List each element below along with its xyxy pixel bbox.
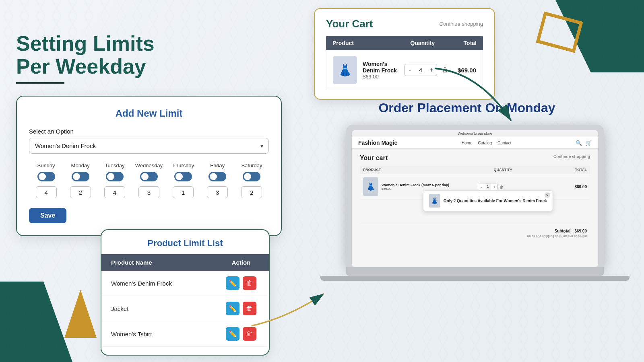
select-label: Select an Option (29, 128, 269, 135)
screen-cart-area: Your cart Continue shopping PRODUCT QUAN… (352, 149, 598, 243)
screen-content: Welcome to our store Fashion Magic Home … (352, 130, 598, 267)
search-icon[interactable]: 🔍 (576, 140, 582, 146)
day-saturday: Saturday (235, 162, 269, 198)
quantity-limit-tooltip: 👗 Only 2 Quantities Available For Women'… (423, 190, 553, 211)
list-item: Jacket ✏️ 🗑 (101, 296, 269, 321)
tooltip-text: Only 2 Quantities Available For Women's … (444, 199, 547, 203)
qty-decrease-button[interactable]: - (405, 64, 415, 76)
screen-qty-increase[interactable]: + (491, 183, 497, 190)
toggle-thursday[interactable] (174, 172, 192, 181)
taxes-note: Taxes and shipping calculated at checkou… (360, 234, 590, 238)
screen-quantity-control: - 1 + 🗑 (458, 183, 522, 190)
select-wrapper: Women's Denim Frock Jacket Women's Tshir… (29, 138, 269, 154)
edit-button-1[interactable]: ✏️ (226, 276, 239, 290)
store-nav-icons: 🔍 🛒 (576, 140, 592, 146)
screen-col-product: PRODUCT (363, 168, 475, 172)
day-label-wednesday: Wednesday (132, 162, 166, 169)
toggle-sunday[interactable] (37, 172, 55, 181)
subtotal-label: Subtotal (554, 229, 570, 233)
screen-product-image: 👗 (363, 177, 378, 196)
store-brand: Fashion Magic (358, 140, 397, 146)
left-section: Setting Limits Per Weekday Add New Limit… (16, 32, 282, 236)
screen-col-total: TOTAL (531, 168, 587, 172)
days-grid: Sunday Monday Tuesday Wednesday Thursday (29, 162, 269, 198)
deco-gold-bottom-left (64, 290, 97, 338)
day-label-sunday: Sunday (29, 162, 63, 169)
cart-col-quantity: Quanitity (405, 40, 441, 46)
nav-contact[interactable]: Contact (497, 141, 511, 145)
screen-item-info: Women's Denim Frock (max: 5 per day) $69… (382, 183, 458, 191)
day-sunday: Sunday (29, 162, 63, 198)
product-price: $69.00 (363, 74, 404, 80)
toggle-friday[interactable] (208, 172, 226, 181)
col-header-action: Action (223, 259, 259, 266)
col-header-name: Product Name (111, 259, 223, 266)
screen-item-total: $69.00 (523, 185, 587, 189)
screen-trash-icon[interactable]: 🗑 (500, 185, 504, 189)
toggle-saturday[interactable] (243, 172, 260, 181)
toggle-tuesday[interactable] (106, 172, 124, 181)
screen-table-header: PRODUCT QUANTITY TOTAL (360, 166, 590, 174)
toggle-wednesday[interactable] (140, 172, 158, 181)
laptop-outer: Welcome to our store Fashion Magic Home … (346, 125, 604, 267)
right-section: Your Cart Continue shopping Product Quan… (314, 8, 620, 100)
cart-icon[interactable]: 🛒 (585, 140, 592, 146)
subtotal-area: Subtotal $69.00 Taxes and shipping calcu… (360, 224, 590, 238)
toggle-monday[interactable] (72, 172, 89, 181)
screen-qty-box: - 1 + (478, 183, 498, 190)
day-label-tuesday: Tuesday (97, 162, 132, 169)
input-wednesday[interactable] (138, 186, 159, 198)
limit-list-title: Product Limit List (101, 230, 269, 254)
add-limit-title: Add New Limit (29, 108, 269, 119)
limit-list-header: Product Name Action (101, 254, 269, 271)
day-monday: Monday (63, 162, 97, 198)
product-name: Women's Denim Frock (363, 61, 404, 74)
laptop-wrapper: Welcome to our store Fashion Magic Home … (346, 125, 604, 281)
cart-col-total: Total (441, 40, 477, 46)
laptop-screen: Welcome to our store Fashion Magic Home … (352, 130, 598, 267)
save-button[interactable]: Save (29, 208, 66, 223)
nav-catalog[interactable]: Catalog (478, 141, 491, 145)
input-monday[interactable] (70, 186, 91, 198)
laptop-base (346, 267, 604, 276)
product-name-2: Jacket (111, 305, 223, 312)
store-nav: Fashion Magic Home Catalog Contact 🔍 🛒 (352, 137, 598, 149)
screen-continue-shopping[interactable]: Continue shopping (553, 154, 590, 162)
laptop-foot (320, 276, 630, 281)
screen-item-name: Women's Denim Frock (max: 5 per day) (382, 183, 458, 187)
nav-home[interactable]: Home (462, 141, 473, 145)
limit-list-card: Product Limit List Product Name Action W… (101, 229, 270, 356)
input-friday[interactable] (207, 186, 228, 198)
continue-shopping-link[interactable]: Continue shopping (440, 21, 483, 27)
input-saturday[interactable] (241, 186, 262, 198)
product-image: 👗 (333, 56, 357, 84)
tooltip-product-image: 👗 (429, 194, 440, 208)
day-label-monday: Monday (63, 162, 97, 169)
input-thursday[interactable] (173, 186, 194, 198)
cart-header: Your Cart Continue shopping (326, 18, 483, 30)
store-top-bar: Welcome to our store (352, 130, 598, 137)
day-friday: Friday (200, 162, 235, 198)
tooltip-close-icon[interactable]: × (545, 192, 550, 198)
qty-value: 4 (415, 67, 426, 73)
day-label-saturday: Saturday (235, 162, 269, 169)
screen-qty-decrease[interactable]: - (478, 183, 485, 190)
subtotal-value: $69.00 (574, 229, 587, 233)
cart-title: Your Cart (326, 18, 373, 30)
add-limit-card: Add New Limit Select an Option Women's D… (16, 96, 282, 236)
screen-subtotal: Subtotal $69.00 (360, 224, 590, 234)
screen-qty-value: 1 (485, 185, 491, 189)
day-thursday: Thursday (166, 162, 200, 198)
screen-item-row: 👗 Women's Denim Frock (max: 5 per day) $… (360, 174, 590, 200)
edit-button-2[interactable]: ✏️ (226, 302, 239, 315)
day-wednesday: Wednesday (132, 162, 166, 198)
input-sunday[interactable] (36, 186, 57, 198)
product-info: Women's Denim Frock $69.00 (363, 61, 404, 80)
arrow-cart-to-laptop (431, 64, 519, 129)
day-label-friday: Friday (200, 162, 235, 169)
arrow-list-to-laptop (248, 286, 328, 334)
product-name-1: Women's Denim Frock (111, 280, 223, 287)
product-select[interactable]: Women's Denim Frock Jacket Women's Tshir… (29, 138, 269, 154)
input-tuesday[interactable] (104, 186, 125, 198)
edit-button-3[interactable]: ✏️ (226, 327, 239, 341)
